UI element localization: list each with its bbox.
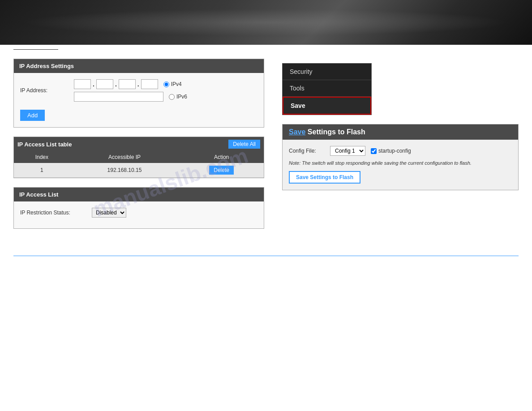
restriction-label: IP Restriction Status: (20, 210, 92, 216)
ip-access-list-panel: IP Access List IP Restriction Status: Di… (13, 187, 264, 229)
ip-inputs: . . . IPv4 (74, 79, 187, 102)
ip-access-list-table-panel: IP Access List table Delete All Index Ac… (13, 137, 264, 178)
add-button[interactable]: Add (20, 110, 45, 121)
ipv6-row: IPv6 (74, 92, 187, 102)
row-action: Delete (179, 163, 264, 178)
header-banner (0, 0, 532, 45)
save-title-suffix: Settings to Flash (305, 128, 365, 136)
ip-access-list-header: IP Access List (14, 188, 264, 201)
ip-address-row: IP Address: . . . (20, 79, 257, 102)
access-list-table: Index Accessible IP Action 1 192.168.10.… (14, 151, 264, 178)
ip-access-list-body: IP Restriction Status: Disabled Enabled (14, 201, 264, 228)
ipv4-radio[interactable] (163, 81, 169, 87)
ipv6-label-text: IPv6 (176, 94, 187, 100)
ipv4-octet-4[interactable] (141, 79, 158, 89)
table-header: Index Accessible IP Action (14, 151, 264, 163)
config-file-row: Config File: Config 1 Config 2 startup-c… (289, 146, 512, 156)
table-row: 1 192.168.10.15 Delete (14, 163, 264, 178)
ip-dot-1: . (93, 81, 94, 88)
table-header-row: IP Access List table Delete All (14, 137, 264, 151)
ipv4-label-text: IPv4 (171, 81, 182, 87)
ipv4-octet-1[interactable] (74, 79, 91, 89)
save-settings-body: Config File: Config 1 Config 2 startup-c… (283, 140, 518, 190)
right-column: Security Tools Save Save Settings to Fla… (282, 59, 519, 238)
startup-config-checkbox[interactable] (371, 148, 377, 154)
col-accessible-ip: Accessible IP (70, 151, 180, 163)
ipv4-octet-2[interactable] (96, 79, 113, 89)
left-column: IP Address Settings IP Address: . . (13, 59, 264, 238)
save-settings-to-flash-button[interactable]: Save Settings to Flash (289, 171, 360, 184)
row-ip: 192.168.10.15 (70, 163, 180, 178)
col-index: Index (14, 151, 70, 163)
ip-address-settings-header: IP Address Settings (14, 59, 264, 73)
ip-address-settings-body: IP Address: . . . (14, 73, 264, 127)
save-settings-panel: Save Settings to Flash Config File: Conf… (282, 124, 519, 190)
table-title: IP Access List table (17, 141, 72, 148)
startup-config-text: startup-config (378, 148, 411, 154)
ipv4-radio-label[interactable]: IPv4 (163, 81, 182, 87)
nav-save[interactable]: Save (283, 97, 371, 115)
nav-security[interactable]: Security (283, 64, 371, 80)
delete-button[interactable]: Delete (209, 166, 234, 175)
save-settings-header: Save Settings to Flash (283, 124, 518, 140)
ip-address-settings-panel: IP Address Settings IP Address: . . (13, 59, 264, 128)
restriction-select[interactable]: Disabled Enabled (92, 208, 126, 218)
row-index: 1 (14, 163, 70, 178)
footer-rule (13, 256, 519, 256)
ip-address-label: IP Address: (20, 87, 74, 94)
config-file-select[interactable]: Config 1 Config 2 (330, 146, 365, 156)
nav-tools[interactable]: Tools (283, 80, 371, 97)
ipv4-row: . . . IPv4 (74, 79, 187, 89)
restriction-row: IP Restriction Status: Disabled Enabled (20, 208, 257, 218)
delete-all-button[interactable]: Delete All (228, 140, 260, 149)
startup-config-label[interactable]: startup-config (371, 148, 411, 154)
config-file-label: Config File: (289, 148, 325, 154)
ipv4-octet-3[interactable] (119, 79, 136, 89)
ipv6-input[interactable] (74, 92, 163, 102)
ipv6-radio-label[interactable]: IPv6 (169, 94, 187, 100)
ipv6-radio[interactable] (169, 94, 175, 100)
col-action: Action (179, 151, 264, 163)
nav-menu: Security Tools Save (282, 63, 372, 115)
ip-dot-3: . (137, 81, 139, 88)
save-title-highlight: Save (289, 128, 305, 136)
save-note: Note: The switch will stop responding wh… (289, 160, 512, 166)
ip-dot-2: . (115, 81, 117, 88)
